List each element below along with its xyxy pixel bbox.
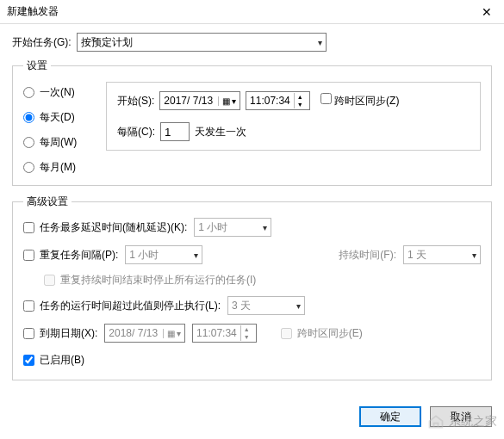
recur-suffix: 天发生一次 xyxy=(195,125,246,139)
schedule-daily[interactable]: 每天(D) xyxy=(23,110,92,125)
duration-label: 持续时间(F): xyxy=(339,248,396,263)
enabled-checkbox[interactable]: 已启用(B) xyxy=(23,353,84,368)
advanced-group: 高级设置 任务最多延迟时间(随机延迟)(K): 1 小时 ▾ 重复任务间隔(P)… xyxy=(12,195,492,380)
title-bar: 新建触发器 ✕ xyxy=(0,0,504,24)
repeat-interval-dropdown: 1 小时 ▾ xyxy=(125,245,202,264)
begin-task-value: 按预定计划 xyxy=(81,35,133,50)
chevron-down-icon: ▾ xyxy=(194,250,198,260)
chevron-down-icon: ▾ xyxy=(296,301,301,311)
start-date-picker[interactable]: 2017/ 7/13 ▦▾ xyxy=(159,91,240,110)
begin-task-label: 开始任务(G): xyxy=(12,35,72,50)
recur-label: 每隔(C): xyxy=(117,125,155,139)
advanced-legend: 高级设置 xyxy=(23,195,72,209)
repeat-checkbox[interactable]: 重复任务间隔(P): xyxy=(23,248,118,263)
calendar-icon: ▦▾ xyxy=(163,329,181,338)
settings-group: 设置 一次(N) 每天(D) 每周(W) 每月(M) 开始(S): 2017/ … xyxy=(12,59,492,186)
chevron-down-icon: ▾ xyxy=(263,223,267,232)
start-date-value: 2017/ 7/13 xyxy=(164,95,213,107)
start-time-value: 11:07:34 xyxy=(250,95,290,107)
duration-dropdown: 1 天 ▾ xyxy=(403,245,481,264)
calendar-icon: ▦▾ xyxy=(218,96,236,106)
schedule-monthly[interactable]: 每月(M) xyxy=(23,160,92,175)
stop-all-checkbox: 重复持续时间结束时停止所有运行的任务(I) xyxy=(44,273,256,288)
cancel-button[interactable]: 取消 xyxy=(430,406,492,427)
settings-legend: 设置 xyxy=(23,59,51,73)
delay-checkbox[interactable]: 任务最多延迟时间(随机延迟)(K): xyxy=(23,220,187,235)
spinner-icon: ▲▼ xyxy=(240,325,252,341)
expire-time-picker: 11:07:34 ▲▼ xyxy=(192,324,257,343)
chevron-down-icon: ▾ xyxy=(318,38,322,47)
schedule-weekly[interactable]: 每周(W) xyxy=(23,135,92,150)
stop-if-dropdown: 3 天 ▾ xyxy=(227,296,305,315)
begin-task-dropdown[interactable]: 按预定计划 ▾ xyxy=(77,33,327,52)
close-button[interactable]: ✕ xyxy=(470,0,504,24)
sync-tz-checkbox[interactable]: 跨时区同步(Z) xyxy=(320,93,400,108)
start-label: 开始(S): xyxy=(117,94,154,108)
expire-checkbox[interactable]: 到期日期(X): xyxy=(23,326,97,341)
delay-dropdown: 1 小时 ▾ xyxy=(194,218,271,237)
recur-input[interactable] xyxy=(160,122,190,141)
schedule-once[interactable]: 一次(N) xyxy=(23,85,92,100)
window-title: 新建触发器 xyxy=(7,4,470,19)
ok-button[interactable]: 确定 xyxy=(359,406,421,427)
start-time-picker[interactable]: 11:07:34 ▲▼ xyxy=(246,91,310,110)
expire-sync-tz-checkbox: 跨时区同步(E) xyxy=(281,326,363,341)
spinner-icon: ▲▼ xyxy=(294,93,306,108)
expire-date-picker: 2018/ 7/13 ▦▾ xyxy=(104,324,185,343)
chevron-down-icon: ▾ xyxy=(472,250,476,260)
stop-if-checkbox[interactable]: 任务的运行时间超过此值则停止执行(L): xyxy=(23,299,221,313)
